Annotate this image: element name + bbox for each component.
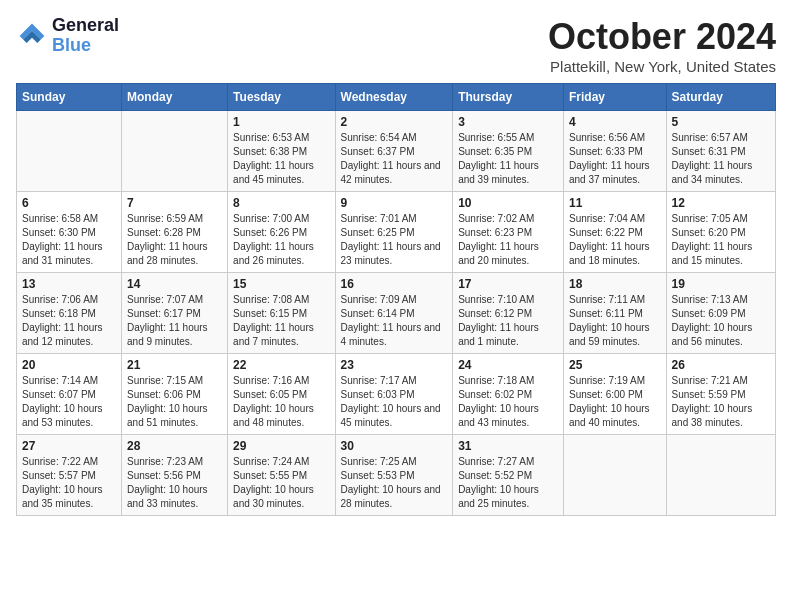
- day-number: 13: [22, 277, 116, 291]
- calendar-cell: 2Sunrise: 6:54 AM Sunset: 6:37 PM Daylig…: [335, 111, 453, 192]
- day-detail: Sunrise: 7:07 AM Sunset: 6:17 PM Dayligh…: [127, 293, 222, 349]
- calendar-week-row: 13Sunrise: 7:06 AM Sunset: 6:18 PM Dayli…: [17, 273, 776, 354]
- day-detail: Sunrise: 6:59 AM Sunset: 6:28 PM Dayligh…: [127, 212, 222, 268]
- calendar-cell: 8Sunrise: 7:00 AM Sunset: 6:26 PM Daylig…: [228, 192, 335, 273]
- calendar-week-row: 1Sunrise: 6:53 AM Sunset: 6:38 PM Daylig…: [17, 111, 776, 192]
- calendar-cell: 17Sunrise: 7:10 AM Sunset: 6:12 PM Dayli…: [453, 273, 564, 354]
- weekday-header: Friday: [563, 84, 666, 111]
- day-detail: Sunrise: 7:10 AM Sunset: 6:12 PM Dayligh…: [458, 293, 558, 349]
- calendar-cell: 10Sunrise: 7:02 AM Sunset: 6:23 PM Dayli…: [453, 192, 564, 273]
- calendar-cell: 24Sunrise: 7:18 AM Sunset: 6:02 PM Dayli…: [453, 354, 564, 435]
- day-detail: Sunrise: 7:24 AM Sunset: 5:55 PM Dayligh…: [233, 455, 329, 511]
- calendar-header: SundayMondayTuesdayWednesdayThursdayFrid…: [17, 84, 776, 111]
- day-number: 29: [233, 439, 329, 453]
- day-number: 22: [233, 358, 329, 372]
- day-detail: Sunrise: 7:17 AM Sunset: 6:03 PM Dayligh…: [341, 374, 448, 430]
- day-detail: Sunrise: 7:14 AM Sunset: 6:07 PM Dayligh…: [22, 374, 116, 430]
- weekday-header: Wednesday: [335, 84, 453, 111]
- day-number: 26: [672, 358, 770, 372]
- day-detail: Sunrise: 7:23 AM Sunset: 5:56 PM Dayligh…: [127, 455, 222, 511]
- day-number: 30: [341, 439, 448, 453]
- calendar-cell: 26Sunrise: 7:21 AM Sunset: 5:59 PM Dayli…: [666, 354, 775, 435]
- calendar-body: 1Sunrise: 6:53 AM Sunset: 6:38 PM Daylig…: [17, 111, 776, 516]
- day-detail: Sunrise: 7:09 AM Sunset: 6:14 PM Dayligh…: [341, 293, 448, 349]
- calendar-cell: 4Sunrise: 6:56 AM Sunset: 6:33 PM Daylig…: [563, 111, 666, 192]
- calendar-cell: 12Sunrise: 7:05 AM Sunset: 6:20 PM Dayli…: [666, 192, 775, 273]
- weekday-header: Saturday: [666, 84, 775, 111]
- day-detail: Sunrise: 7:22 AM Sunset: 5:57 PM Dayligh…: [22, 455, 116, 511]
- day-detail: Sunrise: 6:53 AM Sunset: 6:38 PM Dayligh…: [233, 131, 329, 187]
- calendar-cell: 13Sunrise: 7:06 AM Sunset: 6:18 PM Dayli…: [17, 273, 122, 354]
- day-number: 11: [569, 196, 661, 210]
- day-number: 28: [127, 439, 222, 453]
- calendar-cell: 6Sunrise: 6:58 AM Sunset: 6:30 PM Daylig…: [17, 192, 122, 273]
- day-detail: Sunrise: 7:02 AM Sunset: 6:23 PM Dayligh…: [458, 212, 558, 268]
- calendar-cell: 7Sunrise: 6:59 AM Sunset: 6:28 PM Daylig…: [122, 192, 228, 273]
- day-detail: Sunrise: 7:15 AM Sunset: 6:06 PM Dayligh…: [127, 374, 222, 430]
- weekday-header: Monday: [122, 84, 228, 111]
- day-detail: Sunrise: 6:54 AM Sunset: 6:37 PM Dayligh…: [341, 131, 448, 187]
- day-number: 18: [569, 277, 661, 291]
- calendar-cell: 15Sunrise: 7:08 AM Sunset: 6:15 PM Dayli…: [228, 273, 335, 354]
- day-detail: Sunrise: 7:27 AM Sunset: 5:52 PM Dayligh…: [458, 455, 558, 511]
- day-number: 4: [569, 115, 661, 129]
- day-detail: Sunrise: 6:57 AM Sunset: 6:31 PM Dayligh…: [672, 131, 770, 187]
- month-title: October 2024: [548, 16, 776, 58]
- calendar-cell: [122, 111, 228, 192]
- day-number: 20: [22, 358, 116, 372]
- day-detail: Sunrise: 7:21 AM Sunset: 5:59 PM Dayligh…: [672, 374, 770, 430]
- calendar-cell: 30Sunrise: 7:25 AM Sunset: 5:53 PM Dayli…: [335, 435, 453, 516]
- logo-icon: [16, 20, 48, 52]
- day-number: 8: [233, 196, 329, 210]
- calendar-cell: 25Sunrise: 7:19 AM Sunset: 6:00 PM Dayli…: [563, 354, 666, 435]
- day-number: 25: [569, 358, 661, 372]
- day-number: 10: [458, 196, 558, 210]
- location-subtitle: Plattekill, New York, United States: [548, 58, 776, 75]
- weekday-header: Sunday: [17, 84, 122, 111]
- day-number: 9: [341, 196, 448, 210]
- calendar-cell: [17, 111, 122, 192]
- calendar-cell: 18Sunrise: 7:11 AM Sunset: 6:11 PM Dayli…: [563, 273, 666, 354]
- calendar-cell: 20Sunrise: 7:14 AM Sunset: 6:07 PM Dayli…: [17, 354, 122, 435]
- day-detail: Sunrise: 7:00 AM Sunset: 6:26 PM Dayligh…: [233, 212, 329, 268]
- calendar-cell: 5Sunrise: 6:57 AM Sunset: 6:31 PM Daylig…: [666, 111, 775, 192]
- day-number: 6: [22, 196, 116, 210]
- day-number: 15: [233, 277, 329, 291]
- calendar-cell: 21Sunrise: 7:15 AM Sunset: 6:06 PM Dayli…: [122, 354, 228, 435]
- logo-line2: Blue: [52, 36, 119, 56]
- logo-line1: General: [52, 16, 119, 36]
- day-number: 19: [672, 277, 770, 291]
- weekday-header: Tuesday: [228, 84, 335, 111]
- day-number: 17: [458, 277, 558, 291]
- day-detail: Sunrise: 7:13 AM Sunset: 6:09 PM Dayligh…: [672, 293, 770, 349]
- calendar-cell: 16Sunrise: 7:09 AM Sunset: 6:14 PM Dayli…: [335, 273, 453, 354]
- day-detail: Sunrise: 6:58 AM Sunset: 6:30 PM Dayligh…: [22, 212, 116, 268]
- day-number: 24: [458, 358, 558, 372]
- day-detail: Sunrise: 7:25 AM Sunset: 5:53 PM Dayligh…: [341, 455, 448, 511]
- day-number: 7: [127, 196, 222, 210]
- day-number: 12: [672, 196, 770, 210]
- day-number: 31: [458, 439, 558, 453]
- day-detail: Sunrise: 7:16 AM Sunset: 6:05 PM Dayligh…: [233, 374, 329, 430]
- day-detail: Sunrise: 7:18 AM Sunset: 6:02 PM Dayligh…: [458, 374, 558, 430]
- calendar-cell: 11Sunrise: 7:04 AM Sunset: 6:22 PM Dayli…: [563, 192, 666, 273]
- calendar-cell: 9Sunrise: 7:01 AM Sunset: 6:25 PM Daylig…: [335, 192, 453, 273]
- calendar-cell: 1Sunrise: 6:53 AM Sunset: 6:38 PM Daylig…: [228, 111, 335, 192]
- calendar-cell: 27Sunrise: 7:22 AM Sunset: 5:57 PM Dayli…: [17, 435, 122, 516]
- calendar-cell: 22Sunrise: 7:16 AM Sunset: 6:05 PM Dayli…: [228, 354, 335, 435]
- day-detail: Sunrise: 7:08 AM Sunset: 6:15 PM Dayligh…: [233, 293, 329, 349]
- day-detail: Sunrise: 7:01 AM Sunset: 6:25 PM Dayligh…: [341, 212, 448, 268]
- day-number: 16: [341, 277, 448, 291]
- day-number: 21: [127, 358, 222, 372]
- calendar-cell: [563, 435, 666, 516]
- page-header: General Blue October 2024 Plattekill, Ne…: [16, 16, 776, 75]
- day-detail: Sunrise: 7:19 AM Sunset: 6:00 PM Dayligh…: [569, 374, 661, 430]
- calendar-cell: 28Sunrise: 7:23 AM Sunset: 5:56 PM Dayli…: [122, 435, 228, 516]
- day-detail: Sunrise: 7:06 AM Sunset: 6:18 PM Dayligh…: [22, 293, 116, 349]
- day-number: 5: [672, 115, 770, 129]
- calendar-cell: 31Sunrise: 7:27 AM Sunset: 5:52 PM Dayli…: [453, 435, 564, 516]
- day-number: 27: [22, 439, 116, 453]
- day-detail: Sunrise: 6:56 AM Sunset: 6:33 PM Dayligh…: [569, 131, 661, 187]
- day-number: 14: [127, 277, 222, 291]
- calendar-cell: 3Sunrise: 6:55 AM Sunset: 6:35 PM Daylig…: [453, 111, 564, 192]
